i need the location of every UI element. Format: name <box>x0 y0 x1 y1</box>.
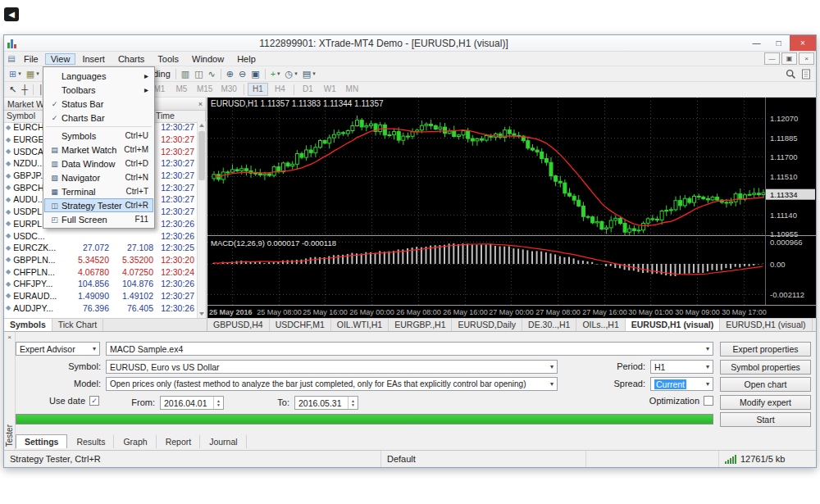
market-watch-row[interactable]: ◆EURAUD...1.490901.4910212:30:27 <box>4 290 197 302</box>
timeframe-w1[interactable]: W1 <box>320 83 340 96</box>
scroll-down-button[interactable] <box>198 310 206 318</box>
view-menu-item-market-watch[interactable]: ▤Market WatchCtrl+M <box>44 143 153 157</box>
price-chart[interactable]: 25 May 201625 May 08:0025 May 16:0026 Ma… <box>207 98 816 318</box>
menu-view[interactable]: View <box>45 53 76 65</box>
view-menu-item-status-bar[interactable]: ✓Status Bar <box>44 97 153 111</box>
view-menu-item-toolbars[interactable]: Toolbars▸ <box>44 83 153 97</box>
timeframe-h1[interactable]: H1 <box>248 83 268 96</box>
profiles-button[interactable]: ▦▾ <box>24 67 42 80</box>
chart-tab-oil-wti-h1-2[interactable]: OIL.WTI,H1 <box>331 319 389 331</box>
bar-chart-button[interactable]: ▥ <box>179 67 192 80</box>
crosshair-button[interactable]: ┼ <box>19 83 30 96</box>
child-minimize-button[interactable]: — <box>764 52 780 65</box>
zoom-out-button[interactable]: ⊖ <box>236 67 248 80</box>
symbol-combo[interactable]: EURUSD, Euro vs US Dollar <box>106 360 558 374</box>
chart-tab-gbpusd-h4-0[interactable]: GBPUSD,H4 <box>207 319 270 331</box>
spread-combo[interactable]: Current <box>650 377 713 391</box>
chart-tab-eurusd-daily-4[interactable]: EURUSD,Daily <box>452 319 522 331</box>
tester-tab-graph[interactable]: Graph <box>114 434 156 448</box>
tile-windows-button[interactable]: ▣ <box>248 67 262 80</box>
view-menu-item-charts-bar[interactable]: ✓Charts Bar <box>44 111 153 125</box>
menu-tools[interactable]: Tools <box>151 52 185 66</box>
expert-advisor-selector[interactable]: Expert Advisor <box>16 342 100 356</box>
chart-tab-usdchf-m1-1[interactable]: USDCHF,M1 <box>270 319 331 331</box>
tester-tab-results[interactable]: Results <box>67 434 114 448</box>
view-menu-item-navigator[interactable]: ▧NavigatorCtrl+N <box>44 170 153 184</box>
modify-expert-button[interactable]: Modify expert <box>720 395 811 410</box>
timeframe-m15[interactable]: M15 <box>194 83 216 96</box>
market-watch-tab-symbols[interactable]: Symbols <box>4 319 52 331</box>
expert-combo[interactable]: MACD Sample.ex4 <box>106 342 713 356</box>
timeframe-d1[interactable]: D1 <box>298 83 318 96</box>
symbol-properties-button[interactable]: Symbol properties <box>720 360 811 375</box>
date-spinner-icon[interactable] <box>348 397 358 409</box>
cursor-button[interactable]: ↖ <box>7 83 19 96</box>
tester-tab-settings[interactable]: Settings <box>16 434 67 448</box>
tester-tab-report[interactable]: Report <box>157 434 201 448</box>
timeframe-m5[interactable]: M5 <box>171 83 192 96</box>
chart-tab-eurusd-h1-visual-7[interactable]: EURUSD,H1 (visual) <box>626 319 720 331</box>
market-watch-row[interactable]: ◆AUDJPY...76.39676.40512:30:26 <box>4 302 197 314</box>
open-chart-button[interactable]: Open chart <box>720 377 811 392</box>
tester-tab-journal[interactable]: Journal <box>200 434 246 448</box>
menu-shortcut: F11 <box>135 215 151 224</box>
use-date-checkbox[interactable] <box>89 396 99 406</box>
indicators-add-button[interactable]: +▾ <box>268 67 283 80</box>
search-icon[interactable] <box>786 69 796 79</box>
optimization-checkbox[interactable] <box>704 396 713 406</box>
zoom-in-button[interactable]: ⊕ <box>224 67 236 80</box>
view-menu-item-languages[interactable]: Languages▸ <box>44 69 153 83</box>
maximize-button[interactable]: □ <box>768 35 790 51</box>
view-menu-item-terminal[interactable]: ▦TerminalCtrl+T <box>44 184 153 198</box>
chart-tab-eurusd-h1-vis-9[interactable]: EURUSD, H1 (vis... <box>813 319 816 331</box>
scroll-thumb[interactable] <box>198 131 205 180</box>
view-menu-item-symbols[interactable]: SymbolsCtrl+U <box>44 129 153 143</box>
timeframe-h4[interactable]: H4 <box>270 83 290 96</box>
screen-corner-widget[interactable]: ◀ <box>4 7 19 21</box>
expert-properties-button[interactable]: Expert properties <box>720 342 811 356</box>
new-chart-button[interactable]: ⊞▾ <box>7 67 24 80</box>
menu-insert[interactable]: Insert <box>75 52 112 66</box>
chart-tab-eurgbp-h1-3[interactable]: EURGBP.,H1 <box>389 319 452 331</box>
view-menu-item-data-window[interactable]: ▥Data WindowCtrl+D <box>44 157 153 170</box>
market-watch-row[interactable]: ◆GBPPLN...5.345205.3520012:30:20 <box>4 254 197 266</box>
menu-file[interactable]: File <box>17 52 45 66</box>
scroll-up-button[interactable] <box>198 121 206 129</box>
market-watch-row[interactable]: ◆CHFPLN...4.067804.0725012:30:24 <box>4 266 197 278</box>
candle-chart-button[interactable]: ◫ <box>192 67 205 80</box>
date-spinner-icon[interactable] <box>213 397 223 409</box>
templates-button[interactable]: ▤▾ <box>300 67 318 80</box>
child-restore-button[interactable]: ▣ <box>781 52 797 65</box>
chart-tab-de-30-h1-5[interactable]: DE.30..,H1 <box>522 319 576 331</box>
column-header-time[interactable]: Time <box>153 111 206 122</box>
market-watch-tab-tick-chart[interactable]: Tick Chart <box>52 319 103 331</box>
view-menu-item-strategy-tester[interactable]: ◫Strategy TesterCtrl+R <box>44 198 153 212</box>
page-icon[interactable] <box>801 69 811 79</box>
to-date-field[interactable]: 2016.05.31 <box>294 396 358 410</box>
tester-close-icon[interactable]: × <box>7 334 11 341</box>
start-button[interactable]: Start <box>720 412 811 427</box>
timeframe-mn[interactable]: MN <box>342 83 362 96</box>
menu-window[interactable]: Window <box>185 52 230 66</box>
timeframe-m30[interactable]: M30 <box>217 83 239 96</box>
market-watch-scrollbar[interactable] <box>197 121 206 318</box>
chart-tab-oils-h1-6[interactable]: OILs..,H1 <box>576 319 625 331</box>
line-chart-button[interactable]: ∿ <box>206 67 218 80</box>
period-combo[interactable]: H1 <box>650 360 713 374</box>
symbol-diamond-icon: ◆ <box>6 148 11 155</box>
market-watch-row[interactable]: ◆USDC...12:30:26 <box>4 229 197 242</box>
chart-tab-eurusd-h1-visual-8[interactable]: EURUSD,H1 (visual) <box>720 319 812 331</box>
market-watch-row[interactable]: ◆CHFJPY...104.856104.87612:30:26 <box>4 278 197 290</box>
close-button[interactable]: × <box>790 35 816 51</box>
market-watch-close-icon[interactable]: × <box>198 100 203 108</box>
child-close-button[interactable]: × <box>799 52 814 65</box>
menu-help[interactable]: Help <box>230 52 262 66</box>
minimize-button[interactable]: — <box>745 35 768 51</box>
status-profile[interactable]: Default <box>381 451 586 467</box>
view-menu-item-full-screen[interactable]: ◰Full ScreenF11 <box>44 212 153 226</box>
from-date-field[interactable]: 2016.04.01 <box>160 396 224 410</box>
periods-button[interactable]: ◷▾ <box>283 67 300 80</box>
model-combo[interactable]: Open prices only (fastest method to anal… <box>106 377 558 391</box>
market-watch-row[interactable]: ◆EURCZK...27.07227.10812:30:25 <box>4 242 197 254</box>
menu-charts[interactable]: Charts <box>112 52 151 66</box>
